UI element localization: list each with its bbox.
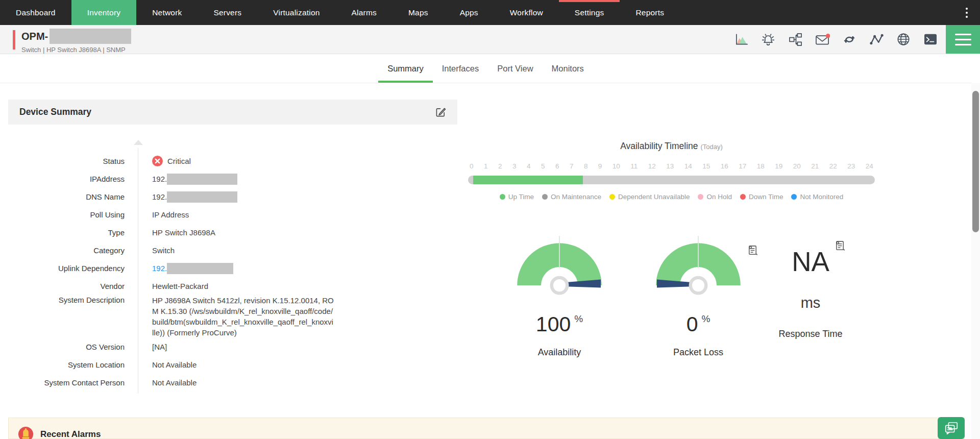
device-header: OPM- Switch | HP Switch J8698A | SNMP bbox=[0, 25, 980, 54]
tab-monitors[interactable]: Monitors bbox=[543, 54, 593, 83]
field-row-system-description: System Description HP J8698A Switch 5412… bbox=[8, 295, 457, 338]
response-time-unit: ms bbox=[762, 295, 860, 311]
redacted-dns bbox=[167, 191, 237, 203]
recent-alarms-section: Recent Alarms bbox=[8, 418, 965, 439]
nav-item-alarms[interactable]: Alarms bbox=[336, 0, 393, 25]
field-row-category: Category Switch bbox=[8, 241, 457, 259]
legend-on-maintenance: On Maintenance bbox=[542, 193, 601, 201]
sync-loop-icon[interactable] bbox=[842, 32, 857, 47]
response-time-report-icon[interactable] bbox=[834, 240, 846, 252]
ip-value: 192. bbox=[152, 175, 167, 183]
legend-dependent-unavailable: Dependent Unavailable bbox=[609, 193, 690, 201]
tab-interfaces[interactable]: Interfaces bbox=[433, 54, 488, 83]
nav-item-inventory[interactable]: Inventory bbox=[71, 0, 137, 25]
nav-item-maps[interactable]: Maps bbox=[393, 0, 444, 25]
nav-item-servers[interactable]: Servers bbox=[198, 0, 257, 25]
nav-item-virtualization[interactable]: Virtualization bbox=[257, 0, 335, 25]
field-row-status: Status Critical bbox=[8, 152, 457, 170]
field-row-poll-using: Poll Using IP Address bbox=[8, 206, 457, 224]
timeline-title: Availability Timeline bbox=[620, 141, 698, 151]
availability-timeline: Availability Timeline(Today) 01234567891… bbox=[468, 141, 875, 201]
workflow-icon[interactable] bbox=[788, 32, 803, 47]
device-summary-fields: Status Critical IPAddress 192. DNS Name … bbox=[8, 125, 457, 399]
status-value: Critical bbox=[167, 157, 191, 165]
device-toolbar bbox=[733, 25, 938, 54]
panel-title: Device Summary bbox=[19, 107, 91, 117]
field-row-type: Type HP Switch J8698A bbox=[8, 224, 457, 241]
device-tabs: Summary Interfaces Port View Monitors bbox=[0, 54, 971, 83]
redacted-uplink bbox=[167, 263, 233, 274]
column-divider bbox=[138, 148, 138, 394]
packet-loss-label: Packet Loss bbox=[649, 347, 747, 358]
area-chart-icon[interactable] bbox=[733, 32, 749, 47]
packet-loss-report-icon[interactable] bbox=[747, 245, 758, 256]
timeline-period: (Today) bbox=[701, 143, 723, 151]
critical-status-icon bbox=[152, 156, 163, 166]
alarm-warning-icon bbox=[18, 426, 34, 439]
redacted-ip bbox=[167, 174, 237, 185]
response-time-metric: NA ms Response Time bbox=[762, 241, 860, 339]
timeline-hour-ticks: 0123456789101112131415161718192021222324 bbox=[470, 162, 873, 170]
device-name: OPM- bbox=[21, 31, 48, 42]
globe-icon[interactable] bbox=[896, 32, 911, 47]
nav-item-workflow[interactable]: Workflow bbox=[494, 0, 559, 25]
field-row-vendor: Vendor Hewlett-Packard bbox=[8, 277, 457, 295]
edit-icon[interactable] bbox=[435, 107, 446, 117]
field-row-system-location: System Location Not Available bbox=[8, 356, 457, 374]
device-summary-panel: Device Summary Status Critical IPAddress… bbox=[8, 100, 457, 399]
chat-button[interactable] bbox=[938, 417, 965, 439]
redacted-device-name bbox=[50, 29, 131, 44]
uplink-dependency-link[interactable]: 192. bbox=[152, 264, 167, 273]
kebab-menu-icon[interactable] bbox=[953, 0, 980, 25]
mail-unread-dot bbox=[825, 34, 829, 38]
field-row-os-version: OS Version [NA] bbox=[8, 338, 457, 356]
network-path-icon[interactable] bbox=[869, 32, 884, 47]
nav-item-settings[interactable]: Settings bbox=[559, 0, 620, 25]
uptime-segment bbox=[473, 176, 583, 184]
field-row-uplink-dependency: Uplink Dependency 192. bbox=[8, 259, 457, 277]
top-nav: Dashboard Inventory Network Servers Virt… bbox=[0, 0, 980, 25]
legend-up-time: Up Time bbox=[500, 193, 534, 201]
mail-notification-icon[interactable] bbox=[815, 32, 830, 47]
nav-item-dashboard[interactable]: Dashboard bbox=[0, 0, 71, 25]
response-time-value: NA bbox=[762, 248, 860, 275]
tab-port-view[interactable]: Port View bbox=[488, 54, 542, 83]
field-row-ipaddress: IPAddress 192. bbox=[8, 170, 457, 188]
nav-item-reports[interactable]: Reports bbox=[620, 0, 680, 25]
nav-item-apps[interactable]: Apps bbox=[444, 0, 494, 25]
system-description-value: HP J8698A Switch 5412zl, revision K.15.1… bbox=[152, 295, 335, 338]
collapse-caret-icon[interactable] bbox=[134, 140, 143, 145]
field-row-dns-name: DNS Name 192. bbox=[8, 188, 457, 206]
timeline-legend: Up Time On Maintenance Dependent Unavail… bbox=[468, 193, 875, 201]
packet-loss-gauge: 0% Packet Loss bbox=[649, 235, 747, 358]
legend-not-monitored: Not Monitored bbox=[791, 193, 843, 201]
availability-gauge: 100% Availability bbox=[510, 235, 608, 358]
legend-down-time: Down Time bbox=[740, 193, 783, 201]
tab-summary[interactable]: Summary bbox=[378, 54, 433, 83]
dns-value: 192. bbox=[152, 192, 167, 201]
availability-value: 100% bbox=[510, 314, 608, 335]
response-time-label: Response Time bbox=[762, 329, 860, 339]
availability-label: Availability bbox=[510, 347, 608, 358]
device-summary-header: Device Summary bbox=[8, 100, 457, 125]
packet-loss-value: 0% bbox=[649, 314, 747, 335]
hamburger-menu-icon[interactable] bbox=[946, 25, 980, 54]
nav-item-network[interactable]: Network bbox=[136, 0, 198, 25]
alarm-bell-icon[interactable] bbox=[761, 32, 776, 47]
recent-alarms-title: Recent Alarms bbox=[40, 429, 101, 439]
legend-on-hold: On Hold bbox=[698, 193, 732, 201]
severity-accent-bar bbox=[13, 30, 15, 50]
timeline-bar[interactable] bbox=[468, 176, 875, 184]
device-subtitle: Switch | HP Switch J8698A | SNMP bbox=[21, 46, 126, 54]
scrollbar-thumb[interactable] bbox=[972, 91, 979, 232]
terminal-icon[interactable] bbox=[923, 32, 938, 47]
field-row-system-contact-person: System Contact Person Not Available bbox=[8, 374, 457, 392]
